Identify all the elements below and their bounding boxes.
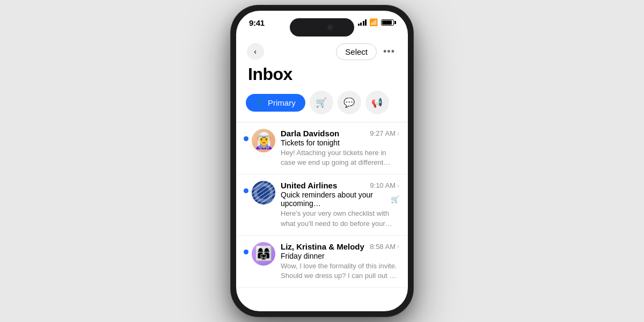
- email-subject: Friday dinner: [281, 252, 399, 260]
- avatar-darla: 🧝‍♀️: [252, 129, 275, 152]
- sender-name: United Airlines: [281, 181, 337, 190]
- more-icon: •••: [383, 46, 395, 57]
- more-button[interactable]: •••: [381, 43, 397, 60]
- ua-globe-lines: [252, 181, 275, 204]
- chevron-right-icon: ›: [397, 182, 399, 189]
- nav-bar: ‹ Select •••: [236, 42, 408, 63]
- unread-indicator: [244, 188, 248, 193]
- email-list: 🧝‍♀️ Darla Davidson 9:27 AM › Tickets fo…: [236, 122, 408, 311]
- avatar-emoji: 🧝‍♀️: [254, 133, 274, 149]
- email-top: Darla Davidson 9:27 AM ›: [281, 129, 399, 138]
- sender-name: Darla Davidson: [281, 129, 339, 138]
- primary-tab-label: Primary: [268, 98, 296, 107]
- inbox-header: Inbox: [236, 63, 408, 91]
- back-button[interactable]: ‹: [247, 43, 264, 60]
- nav-right-actions: Select •••: [336, 43, 397, 60]
- tab-promotions[interactable]: 📢: [365, 91, 389, 114]
- social-icon: 💬: [343, 97, 355, 108]
- email-content-darla: Darla Davidson 9:27 AM › Tickets for ton…: [281, 129, 399, 167]
- inbox-title: Inbox: [248, 64, 396, 84]
- email-time: 9:10 AM: [370, 181, 396, 189]
- avatar-group: 👩‍👩‍👧: [252, 242, 275, 266]
- signal-icon: [358, 19, 367, 26]
- shopping-badge-icon: 🛒: [391, 195, 399, 203]
- email-item-darla[interactable]: 🧝‍♀️ Darla Davidson 9:27 AM › Tickets fo…: [236, 122, 408, 174]
- email-item-group[interactable]: 👩‍👩‍👧 Liz, Kristina & Melody 8:58 AM › F…: [236, 236, 408, 288]
- phone-screen: 9:41 📶 ‹ Select: [236, 11, 408, 311]
- sender-name: Liz, Kristina & Melody: [281, 242, 364, 251]
- avatar-united: [252, 181, 275, 204]
- email-time: 9:27 AM: [370, 129, 396, 137]
- email-subject: Quick reminders about your upcoming… 🛒: [281, 191, 399, 208]
- camera-dot: [327, 25, 333, 30]
- email-top: Liz, Kristina & Melody 8:58 AM ›: [281, 242, 399, 251]
- back-icon: ‹: [254, 47, 257, 56]
- email-meta: 8:58 AM ›: [370, 243, 399, 251]
- email-top: United Airlines 9:10 AM ›: [281, 181, 399, 190]
- email-content-united: United Airlines 9:10 AM › Quick reminder…: [281, 181, 399, 228]
- battery-icon: [381, 19, 394, 26]
- dynamic-island: [290, 18, 354, 36]
- tab-primary[interactable]: 👤 Primary: [246, 94, 305, 112]
- email-preview: Here's your very own checklist with what…: [281, 209, 399, 228]
- group-avatar-emoji: 👩‍👩‍👧: [255, 245, 272, 262]
- tab-shopping[interactable]: 🛒: [310, 91, 333, 114]
- status-time: 9:41: [249, 18, 265, 27]
- unread-indicator: [244, 250, 248, 254]
- promotions-icon: 📢: [371, 97, 383, 108]
- email-content-group: Liz, Kristina & Melody 8:58 AM › Friday …: [281, 242, 399, 281]
- email-meta: 9:27 AM ›: [370, 129, 399, 137]
- shopping-icon: 🛒: [316, 97, 327, 108]
- select-button[interactable]: Select: [336, 43, 377, 60]
- email-preview: Wow, I love the formality of this invite…: [281, 261, 399, 281]
- email-preview: Hey! Attaching your tickets here in case…: [281, 148, 399, 167]
- unread-indicator: [244, 136, 248, 141]
- email-item-united[interactable]: United Airlines 9:10 AM › Quick reminder…: [236, 174, 408, 235]
- phone-scene: 9:41 📶 ‹ Select: [231, 5, 413, 317]
- email-subject: Tickets for tonight: [281, 138, 399, 147]
- tab-social[interactable]: 💬: [338, 91, 361, 114]
- primary-tab-icon: 👤: [255, 98, 265, 107]
- status-icons: 📶: [358, 18, 394, 26]
- chevron-right-icon: ›: [397, 243, 399, 250]
- wifi-icon: 📶: [369, 18, 378, 26]
- email-meta: 9:10 AM ›: [370, 181, 399, 189]
- category-tabs: 👤 Primary 🛒 💬 📢: [236, 91, 408, 122]
- email-time: 8:58 AM: [370, 243, 396, 251]
- chevron-right-icon: ›: [397, 130, 399, 137]
